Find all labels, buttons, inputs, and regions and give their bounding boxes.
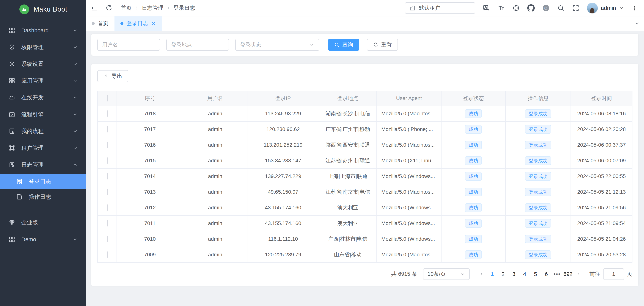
cell-login-status: 成功 xyxy=(441,247,506,262)
translate-icon[interactable] xyxy=(482,4,490,12)
font-size-icon[interactable] xyxy=(498,4,505,12)
status-badge: 成功 xyxy=(465,156,482,165)
tab-login-log[interactable]: 登录日志 xyxy=(114,17,162,31)
fullscreen-icon[interactable] xyxy=(572,4,580,12)
cell-seq: 7010 xyxy=(117,231,183,247)
user-menu[interactable]: admin xyxy=(587,3,624,14)
sidebar-item-app-management[interactable]: 应用管理 xyxy=(0,73,86,88)
row-checkbox[interactable] xyxy=(107,189,108,195)
breadcrumb-login-log: 登录日志 xyxy=(174,4,195,12)
status-badge: 成功 xyxy=(465,141,482,149)
refresh-icon[interactable] xyxy=(105,4,112,12)
chevron-down-icon xyxy=(72,61,78,67)
login-status-select[interactable]: 登录状态 xyxy=(235,39,319,51)
row-checkbox[interactable] xyxy=(107,251,108,258)
sidebar-item-my-workflow[interactable]: 我的流程 xyxy=(0,124,86,139)
tab-dot xyxy=(120,22,124,25)
sidebar-item-label: 在线开发 xyxy=(21,94,72,102)
sidebar-item-label: 流程引擎 xyxy=(21,111,72,118)
tab-home[interactable]: 首页 xyxy=(86,17,114,31)
sidebar-item-label: 操作日志 xyxy=(29,193,78,201)
row-select-cell xyxy=(98,153,117,168)
chevron-down-icon xyxy=(72,145,78,151)
svg-text:G: G xyxy=(544,6,548,11)
page-number-1[interactable]: 1 xyxy=(487,269,498,279)
page-size-select[interactable]: 10条/页 xyxy=(423,268,470,280)
table-row: 7015admin153.34.233.147江苏省|苏州市|联通Mozilla… xyxy=(98,153,632,168)
sidebar-item-login-log[interactable]: 登录日志 xyxy=(0,174,86,189)
status-badge: 成功 xyxy=(465,109,482,118)
sidebar-item-workflow-engine[interactable]: 流程引擎 xyxy=(0,107,86,122)
sidebar-item-permission-management[interactable]: 权限管理 xyxy=(0,40,86,55)
table-row: 7010admin116.1.112.10广西|桂林市|电信Mozilla/5.… xyxy=(98,231,632,247)
page-number-692[interactable]: 692 xyxy=(562,269,573,279)
cell-login-ip: 43.155.174.160 xyxy=(247,200,319,215)
breadcrumb-home[interactable]: 首页 xyxy=(121,4,132,12)
info-badge: 登录成功 xyxy=(525,172,551,181)
export-button[interactable]: 导出 xyxy=(97,70,128,82)
page-number-6[interactable]: 6 xyxy=(541,269,552,279)
sidebar-item-label: Dashboard xyxy=(21,27,72,34)
pagination-goto: 前往 页 xyxy=(589,268,632,280)
chevron-down-icon xyxy=(309,42,314,47)
gitee-icon[interactable]: G xyxy=(542,4,550,12)
sidebar-item-system-settings[interactable]: 系统设置 xyxy=(0,56,86,72)
cell-seq: 7015 xyxy=(117,153,183,168)
info-badge: 登录成功 xyxy=(525,203,551,212)
next-page-button[interactable] xyxy=(573,269,584,279)
goto-page-input[interactable] xyxy=(603,268,624,280)
github-icon[interactable] xyxy=(527,4,535,12)
tabs-dropdown-button[interactable] xyxy=(630,17,644,31)
cell-login-time: 2024-05-06 00:37:37 xyxy=(571,137,632,153)
sidebar-item-enterprise-edition[interactable]: 企业版 xyxy=(0,215,86,230)
row-checkbox[interactable] xyxy=(107,126,108,132)
sidebar-item-demo[interactable]: Demo xyxy=(0,232,86,247)
sidebar-item-log-management[interactable]: 日志管理 xyxy=(0,157,86,172)
row-checkbox[interactable] xyxy=(107,204,108,211)
pages-ellipsis[interactable]: ••• xyxy=(552,271,562,277)
close-icon[interactable] xyxy=(151,21,156,26)
row-select-cell xyxy=(98,106,117,121)
building-icon xyxy=(410,5,416,11)
page-number-5[interactable]: 5 xyxy=(530,269,541,279)
login-location-input[interactable] xyxy=(166,39,229,51)
sidebar-item-operation-log[interactable]: 操作日志 xyxy=(0,189,86,204)
sidebar-item-dashboard[interactable]: Dashboard xyxy=(0,23,86,38)
collapse-sidebar-icon[interactable] xyxy=(90,4,98,12)
row-checkbox[interactable] xyxy=(107,173,108,179)
kebab-menu-icon[interactable] xyxy=(631,5,638,11)
select-all-checkbox[interactable] xyxy=(107,95,108,102)
search-icon[interactable] xyxy=(557,4,564,12)
page-number-4[interactable]: 4 xyxy=(519,269,530,279)
page-number-2[interactable]: 2 xyxy=(498,269,508,279)
cell-login-status: 成功 xyxy=(441,215,506,231)
column-header: 登录地点 xyxy=(319,91,377,106)
logo-mountain-icon xyxy=(20,5,29,14)
page-number-3[interactable]: 3 xyxy=(508,269,519,279)
sidebar-item-tenant-management[interactable]: 租户管理 xyxy=(0,140,86,156)
doc-check-icon xyxy=(8,161,15,168)
reset-button[interactable]: 重置 xyxy=(367,39,398,51)
column-header: 用户名 xyxy=(183,91,247,106)
cell-login-status: 成功 xyxy=(441,106,506,121)
language-globe-icon[interactable] xyxy=(512,4,520,12)
cell-seq: 7013 xyxy=(117,184,183,200)
breadcrumb-log-management[interactable]: 日志管理 xyxy=(142,4,163,12)
row-checkbox[interactable] xyxy=(107,157,108,164)
cell-login-time: 2024-05-05 21:09:54 xyxy=(571,215,632,231)
sidebar-item-online-dev[interactable]: 在线开发 xyxy=(0,90,86,105)
row-checkbox[interactable] xyxy=(107,110,108,117)
cell-username: admin xyxy=(183,106,247,121)
cell-seq: 7009 xyxy=(117,247,183,262)
search-button[interactable]: 查询 xyxy=(328,39,359,51)
doc-lines-icon xyxy=(16,193,23,200)
tenant-select[interactable]: 默认租户 xyxy=(405,2,475,14)
row-checkbox[interactable] xyxy=(107,236,108,242)
previous-page-button[interactable] xyxy=(476,269,487,279)
username-input[interactable] xyxy=(97,39,160,51)
grid-icon xyxy=(8,236,15,243)
row-checkbox[interactable] xyxy=(107,142,108,148)
tab-dot xyxy=(92,22,95,25)
cell-login-time: 2024-05-05 21:09:56 xyxy=(571,200,632,215)
row-checkbox[interactable] xyxy=(107,220,108,226)
